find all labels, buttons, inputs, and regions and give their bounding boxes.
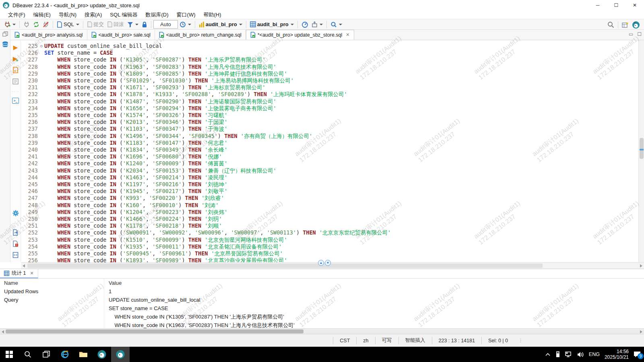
status-caret-position[interactable]: 223 : 13 : 14181 [432, 337, 481, 344]
panel-tab-close-icon[interactable]: ✕ [30, 271, 33, 276]
code-line: 230 WHEN store_code IN ('SF01029', 'SF01… [21, 77, 638, 84]
connect-button[interactable] [22, 20, 31, 29]
status-timezone[interactable]: CST [333, 337, 356, 344]
scroll-right-arrow-icon[interactable] [640, 264, 642, 267]
dashboard-button[interactable] [300, 20, 310, 29]
sql-editor[interactable]: 225⊖UPDATE custom_online_sale_bill_local… [21, 40, 638, 262]
rollback-button[interactable]: 回滚 [105, 20, 126, 29]
chevron-down-icon [339, 24, 342, 25]
table-row[interactable]: Updated Rows1 [0, 287, 644, 296]
status-insert-mode[interactable]: 智能插入 [398, 337, 432, 344]
task-view-button[interactable] [37, 347, 56, 362]
menu-help[interactable]: 帮助(H) [199, 11, 225, 19]
emulate-button[interactable] [310, 20, 324, 29]
dbeaver-perspective-button[interactable] [630, 20, 642, 29]
language-indicator[interactable]: ENG [589, 352, 600, 357]
sash-up-button[interactable]: ▲ [318, 260, 324, 266]
editor-tab[interactable]: <audit_bi_pro> sale.sql [87, 30, 155, 40]
tab-close-icon[interactable]: ✕ [346, 32, 349, 37]
transaction-mode-button[interactable] [126, 20, 140, 29]
execute-script-button[interactable] [12, 66, 20, 74]
new-connection-button[interactable] [2, 20, 17, 29]
toolbar-separator: ∙∙∙∙ [12, 89, 19, 93]
execute-statement-button[interactable]: ▶ [12, 43, 20, 51]
execute-new-tab-button[interactable]: ▶+ [12, 55, 20, 63]
editor-vertical-scrollbar[interactable] [638, 40, 644, 262]
maximize-button[interactable]: ☐ [607, 0, 625, 10]
sql-editor-button[interactable]: SQL [55, 20, 81, 29]
menu-edit[interactable]: 编辑(E) [29, 11, 55, 19]
export-result-button[interactable] [12, 228, 20, 237]
editor-tab[interactable]: <audit_bi_pro> return_change.sql [155, 30, 246, 40]
close-button[interactable]: ✕ [625, 0, 644, 10]
menu-file[interactable]: 文件(F) [4, 11, 29, 19]
connection-selector[interactable]: audit_bi_pro [197, 20, 244, 29]
table-row[interactable]: QueryUPDATE custom_online_sale_bill_loca… [0, 296, 644, 304]
file-log-button[interactable] [12, 251, 20, 259]
menu-sql-editor[interactable]: SQL 编辑器 [106, 11, 141, 19]
dbeaver-taskbar-button-active[interactable] [111, 347, 130, 362]
scrollbar-thumb[interactable] [27, 263, 543, 268]
quick-access-search-button[interactable] [606, 20, 616, 29]
sash-down-button[interactable]: ▼ [325, 260, 331, 266]
status-language[interactable]: zh [356, 337, 375, 344]
open-perspective-button[interactable] [620, 20, 630, 29]
maximize-view-icon[interactable]: ☐ [637, 31, 642, 37]
scrollbar-thumb[interactable] [640, 138, 644, 159]
menu-search[interactable]: 搜索(A) [80, 11, 106, 19]
menu-window[interactable]: 窗口(W) [173, 11, 200, 19]
menu-database[interactable]: 数据库(D) [142, 11, 173, 19]
scroll-left-arrow-icon[interactable] [23, 264, 25, 267]
panel-horizontal-scrollbar[interactable] [0, 328, 644, 334]
status-selection-info[interactable]: Sel: 0 | 0 [481, 337, 514, 344]
settings-button[interactable] [12, 209, 20, 217]
lock-icon [142, 21, 147, 28]
dbeaver-taskbar-button[interactable] [93, 347, 111, 362]
chevron-down-icon [239, 24, 242, 25]
table-row[interactable]: WHEN store_code IN ('K1305', 'SF00287') … [0, 313, 644, 321]
database-navigator-icon[interactable] [2, 41, 8, 48]
file-explorer-button[interactable] [74, 347, 93, 362]
dbeaver-window: DBeaver 22.3.4 - <audit_bi_pro> update_s… [0, 0, 644, 362]
code-line: 232 WHEN store_code IN ('K1878', 'K1933'… [21, 91, 638, 98]
lock-button[interactable] [140, 20, 149, 29]
restore-panel-icon[interactable] [2, 31, 8, 37]
statistics-tab[interactable]: 统计 1 ✕ [0, 269, 38, 278]
usb-icon[interactable] [555, 351, 560, 358]
action-center-button[interactable]: 9 [634, 351, 641, 358]
explain-plan-button[interactable] [12, 77, 20, 85]
editor-tab[interactable]: <audit_bi_pro> analysis.sql [10, 30, 87, 40]
database-selector[interactable]: audit_bi_pro [248, 20, 295, 29]
speaker-icon[interactable] [577, 352, 584, 358]
scroll-left-arrow-icon[interactable] [2, 330, 4, 333]
disconnect-button[interactable] [41, 20, 51, 29]
notification-badge: 9 [638, 353, 644, 359]
search-button[interactable] [329, 20, 344, 29]
scroll-right-arrow-icon[interactable] [640, 330, 642, 333]
scrollbar-thumb[interactable] [6, 329, 303, 333]
editor-horizontal-scrollbar[interactable]: ▲ ▼ [21, 262, 644, 269]
file-error-button[interactable]: ! [12, 240, 20, 248]
output-console-button[interactable]: >_ [12, 97, 20, 105]
autocommit-select[interactable]: Auto [153, 20, 178, 29]
sql-file-icon [14, 32, 20, 38]
editor-tab[interactable]: *<audit_bi_pro> update_sbz_store.sql✕ [246, 30, 354, 40]
code-line: 253 WHEN store_code IN ('K1510', 'SF0009… [21, 237, 638, 243]
panel-tab-row: 统计 1 ✕ [0, 269, 644, 279]
status-writable-status[interactable]: 可写 [375, 337, 398, 344]
terminal-icon: >_ [12, 98, 19, 104]
minimize-button[interactable]: ─ [588, 0, 607, 10]
minimize-view-icon[interactable]: ▭ [629, 31, 633, 37]
menu-navigate[interactable]: 导航(N) [55, 11, 80, 19]
reconnect-button[interactable] [31, 20, 41, 29]
commit-button[interactable]: 提交 [85, 20, 105, 29]
internet-explorer-button[interactable] [56, 347, 74, 362]
start-button[interactable] [0, 347, 19, 362]
code-line: 228 WHEN store_code IN ('K1963', 'SF0028… [21, 64, 638, 70]
tray-expand-chevron-icon[interactable] [545, 352, 551, 356]
taskbar-search-button[interactable] [19, 347, 37, 362]
transaction-log-button[interactable] [178, 20, 193, 29]
clock[interactable]: 14:56 2025/10/21 [605, 349, 629, 360]
network-icon[interactable] [565, 352, 572, 358]
table-row[interactable]: SET store_name = CASE [0, 304, 644, 313]
